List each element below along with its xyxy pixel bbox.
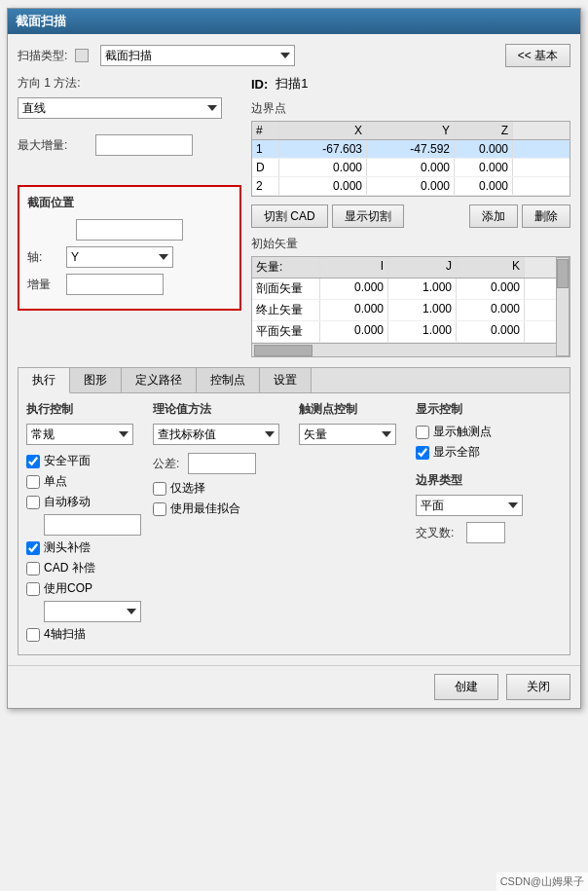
only-select-label: 仅选择	[170, 480, 205, 497]
tolerance-input[interactable]: 0.1000	[188, 453, 256, 474]
tab-graphics[interactable]: 图形	[70, 368, 122, 392]
display-control-title: 显示控制	[416, 401, 542, 418]
window-title: 截面扫描	[8, 9, 580, 34]
touch-control-title: 触测点控制	[299, 401, 406, 418]
vector-row: 终止矢量 0.000 1.000 0.000	[252, 300, 570, 321]
best-fit-label: 使用最佳拟合	[170, 501, 240, 517]
bottom-buttons: 创建 关闭	[8, 665, 580, 708]
single-point-checkbox[interactable]	[26, 475, 40, 489]
safe-plane-label: 安全平面	[44, 453, 91, 469]
probe-offset-label: 测头补偿	[44, 539, 91, 556]
col-hash: #	[252, 122, 279, 139]
vector-table-header: 矢量: I J K	[252, 257, 570, 278]
axis-label: 轴:	[27, 249, 66, 266]
section-pos-value[interactable]: -48	[76, 219, 183, 241]
boundary-points-title: 边界点	[251, 100, 570, 117]
use-cop-label: 使用COP	[44, 580, 92, 597]
show-all-label: 显示全部	[433, 444, 480, 461]
single-point-label: 单点	[44, 473, 67, 490]
scan-icon	[75, 49, 89, 62]
theory-method-select[interactable]: 查找标称值	[153, 424, 279, 445]
cad-offset-checkbox[interactable]	[26, 562, 40, 575]
direction-label: 方向 1 方法:	[18, 75, 81, 92]
boundary-type-title: 边界类型	[416, 472, 542, 489]
vector-scrollbar[interactable]	[556, 257, 570, 356]
col-x: X	[279, 122, 367, 139]
col-z: Z	[455, 122, 513, 139]
col-y: Y	[367, 122, 455, 139]
tab-control-points[interactable]: 控制点	[197, 368, 260, 392]
main-window: 截面扫描 扫描类型: 截面扫描 << 基本 方向 1 方法: 直线 最大增量:	[7, 8, 581, 709]
increment-input[interactable]: 0.00000	[66, 274, 164, 295]
auto-move-label: 自动移动	[44, 494, 91, 510]
tolerance-label: 公差:	[153, 456, 188, 472]
cross-count-label: 交叉数:	[416, 525, 466, 541]
four-axis-checkbox[interactable]	[26, 628, 40, 642]
safe-plane-checkbox[interactable]	[26, 455, 40, 468]
table-row[interactable]: D 0.000 0.000 0.000	[252, 159, 570, 177]
direction-select[interactable]: 直线	[18, 97, 222, 119]
tabs-container: 执行 图形 定义路径 控制点 设置 执行控制 常规 安全平面	[18, 367, 570, 655]
theory-method-title: 理论值方法	[153, 401, 289, 418]
use-cop-checkbox[interactable]	[26, 582, 40, 596]
cad-offset-label: CAD 补偿	[44, 560, 95, 576]
table-row[interactable]: 1 -67.603 -47.592 0.000	[252, 140, 570, 159]
tab-execute[interactable]: 执行	[18, 368, 70, 393]
tab-content: 执行控制 常规 安全平面 单点 自动移动	[18, 393, 570, 654]
show-all-checkbox[interactable]	[416, 446, 429, 460]
basic-button[interactable]: << 基本	[505, 44, 570, 67]
auto-move-checkbox[interactable]	[26, 496, 40, 509]
scan-type-label: 扫描类型:	[18, 48, 67, 64]
probe-offset-checkbox[interactable]	[26, 541, 40, 555]
id-value: 扫描1	[276, 75, 308, 93]
auto-move-value[interactable]: 0.000000	[44, 514, 141, 536]
scrollbar-thumb	[557, 259, 569, 288]
show-cut-button[interactable]: 显示切割	[332, 204, 404, 228]
show-touch-label: 显示触测点	[433, 424, 492, 440]
max-increment-label: 最大增量:	[18, 137, 95, 154]
tab-settings[interactable]: 设置	[260, 368, 312, 392]
exec-control-select[interactable]: 常规	[26, 424, 133, 445]
tabs-header: 执行 图形 定义路径 控制点 设置	[18, 368, 570, 393]
section-pos-title: 截面位置	[27, 195, 232, 211]
id-label: ID:	[251, 77, 268, 92]
touch-control-select[interactable]: 矢量	[299, 424, 396, 445]
vector-row: 平面矢量 0.000 1.000 0.000	[252, 321, 570, 343]
close-button[interactable]: 关闭	[506, 674, 570, 700]
add-button[interactable]: 添加	[469, 204, 518, 228]
four-axis-label: 4轴扫描	[44, 626, 86, 643]
boundary-table-header: # X Y Z	[252, 122, 570, 140]
cut-cad-button[interactable]: 切割 CAD	[251, 204, 328, 228]
tab-define-path[interactable]: 定义路径	[122, 368, 197, 392]
cross-count-input[interactable]: 1	[466, 522, 505, 543]
best-fit-checkbox[interactable]	[153, 502, 166, 516]
max-increment-input[interactable]: 1.00000	[95, 134, 193, 156]
delete-button[interactable]: 删除	[522, 204, 570, 228]
exec-control-title: 执行控制	[26, 401, 143, 418]
cop-select[interactable]	[44, 601, 141, 622]
create-button[interactable]: 创建	[434, 674, 498, 700]
increment-label: 增量	[27, 277, 66, 293]
watermark: CSDN@山姆果子	[496, 872, 588, 891]
axis-select[interactable]: Y	[66, 246, 173, 268]
initial-vector-title: 初始矢量	[251, 236, 570, 252]
vector-row: 剖面矢量 0.000 1.000 0.000	[252, 278, 570, 300]
table-row[interactable]: 2 0.000 0.000 0.000	[252, 177, 570, 196]
show-touch-checkbox[interactable]	[416, 426, 429, 439]
scan-type-select[interactable]: 截面扫描	[100, 45, 295, 66]
only-select-checkbox[interactable]	[153, 482, 166, 496]
boundary-type-select[interactable]: 平面	[416, 495, 523, 516]
